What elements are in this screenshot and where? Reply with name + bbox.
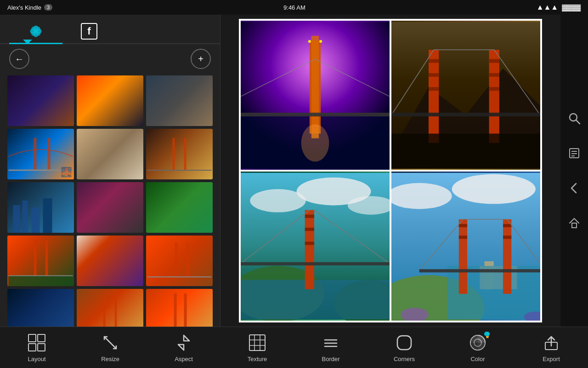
photo-row [7, 182, 213, 233]
photo-thumb[interactable] [146, 289, 213, 327]
collage-cell-3[interactable] [241, 172, 390, 321]
left-panel: f ← + [0, 15, 220, 327]
photo-thumb[interactable] [146, 236, 213, 286]
color-icon [468, 333, 488, 353]
photo-thumb[interactable] [146, 129, 213, 179]
svg-line-102 [184, 335, 189, 341]
photo-thumb[interactable] [77, 129, 143, 179]
svg-rect-44 [429, 50, 439, 143]
svg-rect-10 [48, 138, 51, 170]
svg-point-8 [34, 29, 38, 34]
resize-icon [100, 333, 120, 353]
svg-rect-29 [174, 293, 177, 327]
tab-facebook[interactable]: f [62, 19, 116, 43]
svg-rect-87 [419, 269, 540, 272]
texture-tool[interactable]: Texture [239, 333, 276, 362]
color-tool[interactable]: Color [459, 333, 496, 362]
photo-row [7, 236, 213, 286]
bridge-svg [146, 129, 213, 179]
search-sidebar-icon[interactable] [566, 110, 582, 126]
app: f ← + [0, 15, 588, 368]
svg-point-41 [319, 40, 322, 43]
svg-rect-9 [34, 138, 37, 170]
corners-label: Corners [394, 356, 415, 362]
battery-icon: ▓▓▓▓ [562, 4, 581, 11]
svg-rect-104 [249, 335, 265, 351]
svg-rect-16 [23, 201, 28, 233]
photo-thumb[interactable] [77, 182, 143, 233]
tab-gallery[interactable] [9, 19, 62, 43]
photo-thumb[interactable] [77, 75, 143, 126]
add-button[interactable]: + [191, 49, 211, 69]
svg-rect-27 [115, 298, 117, 327]
photo-thumb[interactable] [7, 182, 74, 233]
collage-cell-4[interactable] [391, 172, 540, 321]
photo-thumb[interactable] [7, 236, 74, 286]
svg-rect-79 [503, 219, 511, 294]
svg-rect-30 [184, 293, 187, 327]
photo-thumb[interactable] [7, 289, 74, 327]
device-name: Alex's Kindle [7, 4, 41, 11]
collage-cell-1-image [241, 21, 390, 170]
svg-point-40 [308, 40, 311, 43]
photo-thumb[interactable] [146, 182, 213, 233]
corners-icon [394, 333, 414, 353]
svg-rect-45 [489, 50, 499, 143]
corners-tool[interactable]: Corners [386, 333, 423, 362]
svg-rect-24 [187, 242, 189, 277]
photo-thumb[interactable] [77, 236, 143, 286]
tab-bar: f [0, 15, 220, 44]
color-label: Color [470, 356, 485, 362]
notes-sidebar-icon[interactable] [566, 145, 582, 161]
svg-point-73 [452, 174, 536, 204]
back-button[interactable]: ← [9, 49, 29, 69]
svg-rect-48 [429, 87, 439, 91]
svg-rect-78 [459, 219, 467, 294]
border-icon [321, 333, 341, 353]
photo-row [7, 75, 213, 126]
bridge-svg [146, 236, 213, 286]
border-tool[interactable]: Border [312, 333, 349, 362]
flower-icon [28, 23, 44, 40]
svg-line-91 [576, 120, 580, 124]
layout-tool[interactable]: Layout [18, 333, 55, 362]
svg-line-101 [104, 337, 116, 349]
photo-thumb[interactable] [7, 129, 74, 179]
svg-rect-50 [489, 73, 499, 77]
border-label: Border [322, 356, 339, 362]
collage-cell-2-image [391, 21, 540, 170]
facebook-icon: f [81, 23, 97, 40]
collage-cell-1[interactable] [241, 21, 390, 170]
svg-rect-112 [397, 336, 411, 350]
tab-indicator [23, 40, 32, 44]
svg-rect-49 [489, 59, 499, 63]
main-area: f ← + [0, 15, 588, 327]
svg-rect-23 [175, 242, 178, 277]
svg-rect-83 [503, 236, 511, 239]
photo-thumb[interactable] [77, 289, 143, 327]
collage-frame [239, 19, 542, 322]
photo-thumb[interactable] [146, 75, 213, 126]
svg-rect-63 [241, 280, 390, 319]
export-label: Export [543, 356, 560, 362]
home-sidebar-icon[interactable] [566, 215, 582, 231]
svg-rect-38 [241, 113, 390, 116]
svg-rect-22 [9, 276, 73, 286]
aspect-label: Aspect [175, 356, 193, 362]
aspect-tool[interactable]: Aspect [165, 333, 202, 362]
collage-cell-2[interactable] [391, 21, 540, 170]
svg-rect-99 [28, 344, 36, 351]
photo-row [7, 129, 213, 179]
back-sidebar-icon[interactable] [566, 180, 582, 196]
export-tool[interactable]: Export [533, 333, 570, 362]
nav-row: ← + [0, 44, 220, 74]
bridge-svg [146, 289, 213, 327]
notification-badge: 3 [44, 4, 52, 11]
svg-rect-56 [391, 134, 540, 169]
svg-rect-66 [305, 228, 314, 231]
resize-tool[interactable]: Resize [92, 333, 129, 362]
photo-thumb[interactable] [7, 75, 74, 126]
svg-rect-98 [38, 334, 45, 342]
svg-rect-19 [34, 240, 37, 277]
svg-rect-67 [305, 242, 314, 245]
